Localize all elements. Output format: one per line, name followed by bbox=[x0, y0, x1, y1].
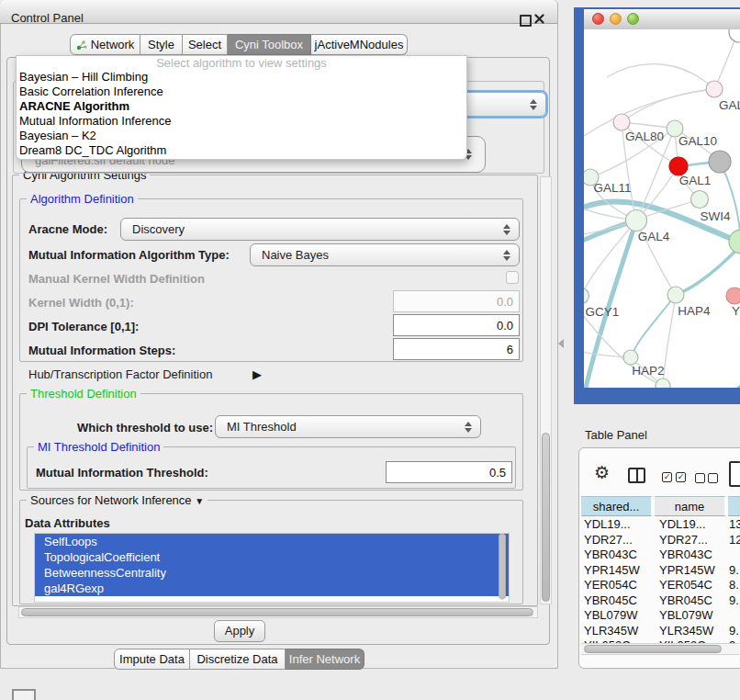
network-node[interactable] bbox=[691, 191, 709, 209]
aracne-mode-value: Discovery bbox=[132, 222, 185, 236]
algorithm-option-aracne-algorithm[interactable]: ARACNE Algorithm bbox=[17, 99, 466, 114]
maximize-traffic-icon[interactable] bbox=[627, 13, 639, 25]
network-node[interactable] bbox=[584, 288, 589, 304]
apply-button[interactable]: Apply bbox=[214, 620, 265, 642]
control-panel-titlebar[interactable] bbox=[0, 0, 557, 24]
collapsed-panel-box[interactable] bbox=[12, 689, 36, 700]
scrollbar-thumb[interactable] bbox=[584, 645, 722, 653]
split-columns-icon[interactable] bbox=[628, 468, 645, 483]
algorithm-option-mutual-information-inference[interactable]: Mutual Information Inference bbox=[17, 114, 466, 129]
tab-label: Infer Network bbox=[289, 652, 360, 666]
network-edge[interactable] bbox=[622, 89, 714, 122]
table-cell: 9. bbox=[729, 593, 740, 609]
algorithm-list: Bayesian – Hill ClimbingBasic Correlatio… bbox=[17, 70, 466, 158]
network-edge[interactable] bbox=[607, 64, 714, 89]
scrollbar-thumb[interactable] bbox=[21, 608, 533, 616]
column-header-shared[interactable]: shared... bbox=[581, 496, 653, 516]
tab-jactivemnodules[interactable]: jActiveMNodules bbox=[311, 34, 408, 55]
which-threshold-select[interactable]: MI Threshold bbox=[215, 415, 481, 438]
tab-discretize-data[interactable]: Discretize Data bbox=[190, 649, 286, 670]
mi-threshold-input[interactable] bbox=[386, 461, 512, 483]
table-cell: YPR145W bbox=[659, 563, 727, 579]
data-attributes-list[interactable]: SelfLoopsTopologicalCoefficientBetweenne… bbox=[34, 533, 510, 603]
list-item[interactable]: TopologicalCoefficient bbox=[35, 549, 509, 565]
kernel-width-input[interactable] bbox=[393, 290, 520, 312]
network-edge[interactable] bbox=[631, 295, 676, 357]
table-row[interactable]: YLR345WYLR345W9. bbox=[581, 624, 740, 639]
table-row[interactable]: YDL19...YDL19...13 bbox=[581, 517, 740, 533]
algorithm-option-bayesian-k2[interactable]: Bayesian – K2 bbox=[17, 129, 466, 143]
network-node[interactable] bbox=[729, 29, 740, 42]
column-header-a[interactable]: A bbox=[728, 496, 740, 516]
network-node[interactable] bbox=[623, 350, 638, 365]
algorithm-option-bayesian-hill-climbing[interactable]: Bayesian – Hill Climbing bbox=[17, 70, 466, 85]
network-node[interactable] bbox=[613, 114, 630, 130]
mi-type-select[interactable]: Naive Bayes bbox=[250, 243, 520, 266]
node-label: GCY1 bbox=[586, 305, 620, 319]
table-row[interactable]: YBL079WYBL079W bbox=[581, 608, 740, 624]
control-panel-tabs: NetworkStyleSelectCyni ToolboxjActiveMNo… bbox=[70, 34, 408, 55]
table-row[interactable]: YBR045CYBR045C9. bbox=[581, 593, 740, 609]
list-scrollbar[interactable] bbox=[499, 534, 506, 600]
settings-horizontal-scrollbar[interactable] bbox=[18, 606, 538, 618]
aracne-mode-select[interactable]: Discovery bbox=[120, 218, 520, 241]
tab-network[interactable]: Network bbox=[70, 34, 140, 55]
network-edge[interactable] bbox=[714, 33, 737, 89]
network-node[interactable] bbox=[626, 210, 647, 231]
expand-right-icon[interactable]: ▶ bbox=[252, 367, 262, 381]
tab-impute-data[interactable]: Impute Data bbox=[114, 649, 190, 670]
table-row[interactable]: YBR043CYBR043C bbox=[581, 548, 740, 563]
tab-style[interactable]: Style bbox=[140, 34, 183, 55]
network-node[interactable] bbox=[726, 288, 740, 304]
network-edge[interactable] bbox=[584, 220, 636, 296]
network-edge[interactable] bbox=[720, 162, 740, 242]
table-cell: 12 bbox=[729, 533, 740, 548]
table-row[interactable]: YDR27...YDR27...12 bbox=[581, 533, 740, 548]
hub-definition-label[interactable]: Hub/Transcription Factor Definition bbox=[28, 367, 212, 381]
network-edge[interactable] bbox=[676, 245, 740, 295]
settings-vertical-scrollbar[interactable] bbox=[540, 176, 552, 604]
close-icon[interactable] bbox=[534, 13, 544, 27]
manual-kernel-checkbox[interactable] bbox=[506, 271, 519, 284]
network-icon bbox=[76, 40, 87, 51]
list-item[interactable]: BetweennessCentrality bbox=[35, 565, 509, 581]
algorithm-option-dream8-dc-tdc-algorithm[interactable]: Dream8 DC_TDC Algorithm bbox=[17, 143, 466, 158]
select-all-checkbox-icon[interactable]: ✓ bbox=[662, 472, 672, 482]
network-node[interactable] bbox=[706, 81, 723, 97]
float-window-icon[interactable] bbox=[520, 15, 532, 27]
tab-cyni-toolbox[interactable]: Cyni Toolbox bbox=[228, 34, 311, 55]
network-window-titlebar[interactable] bbox=[584, 9, 740, 30]
dpi-tolerance-input[interactable] bbox=[393, 314, 520, 336]
minimize-traffic-icon[interactable] bbox=[610, 13, 622, 25]
tab-label: Discretize Data bbox=[196, 652, 277, 666]
list-item[interactable]: SelfLoops bbox=[35, 534, 509, 549]
select-all-checkbox-icon[interactable]: ✓ bbox=[676, 472, 686, 482]
network-node[interactable] bbox=[656, 378, 670, 388]
gear-icon[interactable]: ⚙ bbox=[594, 464, 610, 481]
column-header-name[interactable]: name bbox=[655, 496, 726, 516]
splitter-handle[interactable] bbox=[558, 339, 564, 348]
tab-select[interactable]: Select bbox=[183, 34, 228, 55]
table-cell: 9. bbox=[729, 624, 740, 639]
table-row[interactable]: YER054CYER054C8. bbox=[581, 578, 740, 593]
deselect-all-checkbox-icon[interactable] bbox=[695, 473, 705, 483]
algorithm-option-basic-correlation-inference[interactable]: Basic Correlation Inference bbox=[17, 85, 466, 99]
network-node[interactable] bbox=[667, 287, 684, 303]
network-node[interactable] bbox=[729, 230, 740, 254]
scrollbar-thumb[interactable] bbox=[542, 433, 550, 602]
list-item[interactable]: gal4RGexp bbox=[35, 581, 509, 596]
table-horizontal-scrollbar[interactable] bbox=[581, 643, 739, 655]
function-document-icon[interactable] bbox=[729, 461, 740, 487]
mi-threshold-label: Mutual Information Threshold: bbox=[36, 466, 208, 480]
network-node[interactable] bbox=[709, 151, 731, 173]
deselect-all-checkbox-icon[interactable] bbox=[708, 473, 718, 483]
network-node[interactable] bbox=[669, 157, 688, 175]
network-canvas[interactable]: GALGAL80GAL10GAL1GAL11SWI4GAL4GCY1HAP4YH… bbox=[584, 29, 740, 388]
mi-steps-input[interactable] bbox=[393, 338, 520, 360]
close-traffic-icon[interactable] bbox=[592, 13, 604, 25]
data-attributes-label: Data Attributes bbox=[25, 516, 110, 530]
sources-title[interactable]: Sources for Network Inference ▼ bbox=[27, 493, 207, 507]
tab-infer-network[interactable]: Infer Network bbox=[286, 649, 364, 670]
scrollbar-thumb[interactable] bbox=[499, 534, 506, 599]
table-row[interactable]: YPR145WYPR145W9. bbox=[581, 563, 740, 579]
